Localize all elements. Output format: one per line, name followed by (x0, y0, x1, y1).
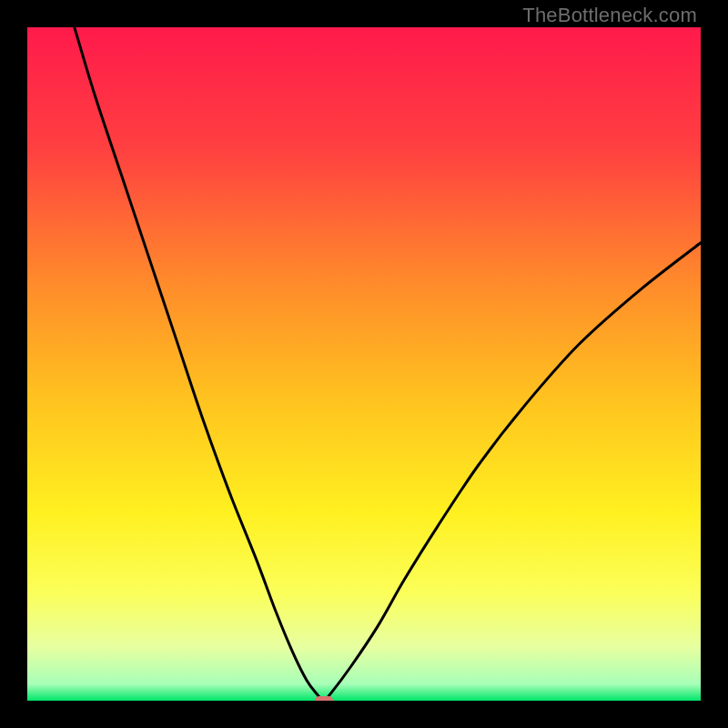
watermark-text: TheBottleneck.com (522, 4, 697, 27)
minimum-marker (315, 696, 333, 701)
chart-frame: TheBottleneck.com (0, 0, 728, 728)
bottleneck-curve (27, 27, 701, 701)
plot-area (27, 27, 701, 701)
